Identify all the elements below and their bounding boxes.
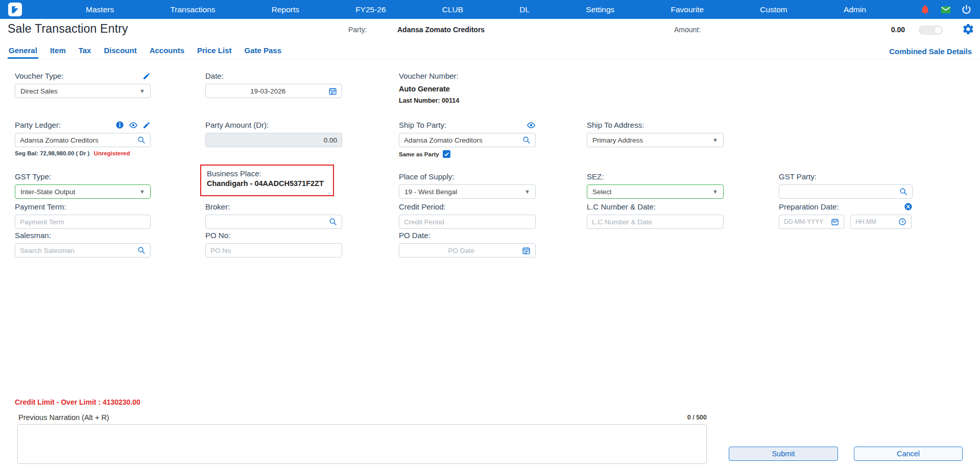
narration-char-counter: 0 / 500 — [659, 414, 707, 421]
nav-item-favourite[interactable]: Favourite — [671, 5, 704, 14]
nav-item-masters[interactable]: Masters — [86, 5, 114, 14]
ship-to-party-input[interactable] — [404, 136, 519, 144]
nav-item-transactions[interactable]: Transactions — [170, 5, 215, 14]
party-ledger-label: Party Ledger: — [15, 121, 61, 129]
po-date-input[interactable] — [404, 247, 519, 254]
page-header: Sale Transaction Entry Party: Adansa Zom… — [0, 19, 980, 40]
eye-icon[interactable] — [129, 121, 138, 130]
combined-sale-details-link[interactable]: Combined Sale Details — [889, 47, 972, 56]
info-icon[interactable] — [115, 121, 124, 129]
salesman-input[interactable] — [20, 247, 134, 254]
date-input[interactable] — [210, 87, 325, 95]
sez-value: Select — [592, 188, 612, 196]
nav-item-custom[interactable]: Custom — [760, 5, 787, 14]
business-place-highlight-box: Business Place: Chandigarh - 04AADCH5371… — [200, 165, 334, 196]
gst-party-input[interactable] — [784, 188, 896, 196]
search-icon[interactable] — [329, 218, 337, 226]
voucher-type-select[interactable]: Direct Sales ▼ — [15, 84, 151, 98]
tab-accounts[interactable]: Accounts — [149, 46, 185, 59]
preparation-date-input[interactable] — [784, 218, 828, 225]
search-icon[interactable] — [899, 188, 907, 196]
credit-period-input[interactable] — [404, 218, 531, 226]
place-of-supply-select[interactable]: 19 - West Bengal ▼ — [399, 184, 536, 199]
cancel-button[interactable]: Cancel — [854, 447, 963, 461]
app-logo[interactable] — [8, 3, 22, 16]
same-as-party-label: Same as Party — [399, 151, 439, 157]
broker-field: Broker: — [205, 202, 342, 229]
po-no-input[interactable] — [210, 247, 337, 254]
chevron-down-icon: ▼ — [712, 189, 718, 195]
nav-item-reports[interactable]: Reports — [272, 5, 299, 14]
voucher-type-value: Direct Sales — [20, 87, 58, 95]
tab-price-list[interactable]: Price List — [196, 46, 233, 59]
calendar-icon[interactable] — [831, 218, 839, 226]
ship-to-address-value: Primary Address — [592, 136, 643, 144]
salesman-label: Salesman: — [15, 231, 51, 240]
sale-transaction-entry-screen: Masters Transactions Reports FY25-26 CLU… — [0, 0, 980, 466]
po-date-label: PO Date: — [399, 231, 431, 240]
page-title: Sale Transaction Entry — [8, 22, 128, 36]
tabs-bar: General Item Tax Discount Accounts Price… — [0, 43, 980, 59]
broker-input[interactable] — [210, 218, 326, 226]
eye-icon[interactable] — [527, 121, 536, 130]
nav-icon-group — [920, 4, 972, 15]
voucher-type-label: Voucher Type: — [15, 72, 64, 80]
segment-balance-text: Seg Bal: 72,98,980.00 ( Dr ) — [15, 150, 89, 156]
gst-registration-status: Unregistered — [94, 150, 130, 156]
party-amount-label: Party Amount (Dr): — [205, 121, 269, 129]
tab-tax[interactable]: Tax — [78, 46, 92, 59]
clock-icon[interactable] — [898, 218, 906, 226]
payment-term-input[interactable] — [20, 218, 146, 226]
lc-number-date-label: L.C Number & Date: — [587, 202, 656, 211]
tab-discount[interactable]: Discount — [103, 46, 137, 59]
search-icon[interactable] — [137, 246, 146, 254]
date-label: Date: — [205, 72, 224, 80]
calendar-icon[interactable] — [328, 87, 337, 96]
po-no-label: PO No: — [205, 231, 230, 240]
search-icon[interactable] — [137, 136, 146, 144]
sez-field: SEZ: Select ▼ — [587, 172, 724, 199]
nav-item-fy25-26[interactable]: FY25-26 — [355, 5, 386, 14]
search-icon[interactable] — [522, 136, 531, 144]
settings-gear-icon[interactable] — [962, 23, 974, 35]
tab-gate-pass[interactable]: Gate Pass — [244, 46, 283, 59]
narration-textarea[interactable] — [17, 424, 707, 464]
voucher-number-label: Voucher Number: — [399, 72, 459, 80]
sez-select[interactable]: Select ▼ — [587, 184, 724, 199]
calendar-icon[interactable] — [522, 246, 531, 255]
salesman-field: Salesman: — [15, 231, 151, 258]
party-header-label: Party: — [348, 26, 367, 34]
notification-bell-icon[interactable] — [920, 4, 930, 15]
payment-term-label: Payment Term: — [15, 202, 66, 211]
submit-button[interactable]: Submit — [729, 447, 838, 461]
ship-to-address-select[interactable]: Primary Address ▼ — [587, 133, 724, 147]
credit-period-field: Credit Period: — [399, 202, 536, 229]
mail-icon[interactable] — [940, 4, 951, 15]
nav-item-settings[interactable]: Settings — [586, 5, 614, 14]
party-ledger-input[interactable] — [20, 136, 134, 144]
edit-pencil-icon[interactable] — [142, 72, 151, 80]
power-icon[interactable] — [961, 4, 972, 15]
edit-pencil-icon[interactable] — [142, 121, 151, 129]
tab-general[interactable]: General — [8, 46, 38, 59]
voucher-last-number: Last Number: 00114 — [399, 97, 552, 104]
broker-label: Broker: — [205, 202, 230, 211]
ship-to-party-field: Ship To Party: Same as Party — [399, 121, 536, 158]
amount-toggle[interactable] — [919, 26, 943, 35]
preparation-time-input[interactable] — [855, 218, 895, 225]
gst-type-select[interactable]: Inter-State Output ▼ — [15, 184, 151, 199]
preparation-date-label: Preparation Date: — [779, 202, 839, 211]
ship-to-party-label: Ship To Party: — [399, 121, 446, 129]
chevron-down-icon: ▼ — [712, 137, 718, 143]
party-amount-field: Party Amount (Dr): — [205, 121, 342, 147]
sez-label: SEZ: — [587, 172, 604, 181]
lc-number-date-field: L.C Number & Date: — [587, 202, 724, 229]
lc-number-date-input[interactable] — [592, 218, 719, 226]
tab-item[interactable]: Item — [49, 46, 67, 59]
clear-close-icon[interactable] — [904, 202, 913, 211]
same-as-party-checkbox[interactable] — [443, 150, 450, 158]
gst-type-value: Inter-State Output — [20, 188, 75, 196]
nav-item-dl[interactable]: DL — [519, 5, 530, 14]
nav-item-club[interactable]: CLUB — [442, 5, 463, 14]
nav-item-admin[interactable]: Admin — [844, 5, 866, 14]
